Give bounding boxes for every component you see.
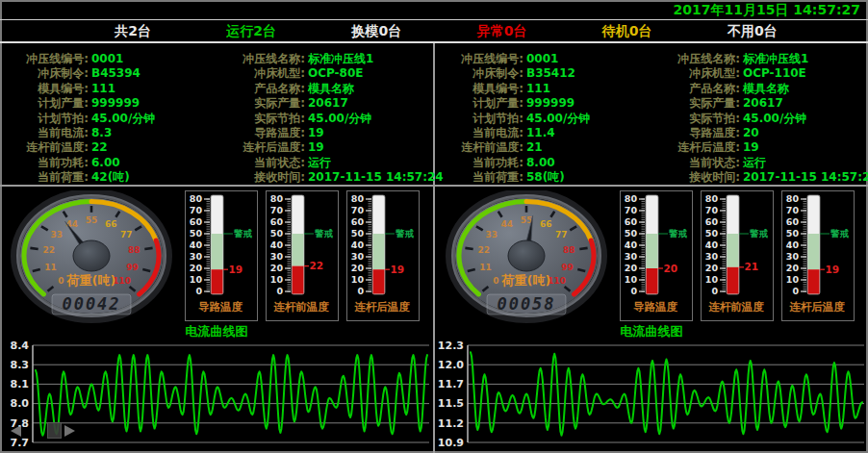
info-value: 6.00 — [89, 156, 120, 170]
info-label: 冲床机型: — [651, 66, 740, 81]
info-row: 计划产量:999999 — [435, 96, 651, 111]
info-row: 计划节拍:45.00/分钟 — [0, 112, 217, 126]
status-item-3: 异常0台 — [477, 23, 527, 40]
svg-text:80: 80 — [786, 193, 800, 204]
svg-text:8.1: 8.1 — [11, 378, 30, 390]
info-column-right: 冲压线名称:标准冲压线1冲床机型:OCP-110E产品名称:模具名称实际产量:2… — [651, 52, 868, 185]
svg-text:70: 70 — [270, 205, 284, 215]
info-value: 2017-11-15 14:57:24 — [305, 170, 444, 185]
thermometer-svg: 01020304050607080警戒21连杆前温度 — [702, 191, 771, 318]
info-row: 冲床机型:OCP-110E — [651, 66, 868, 81]
info-row: 当前状态:运行 — [217, 156, 433, 170]
svg-text:警戒: 警戒 — [668, 228, 688, 239]
svg-text:19: 19 — [391, 264, 405, 275]
svg-text:30: 30 — [351, 251, 365, 262]
info-value: OCP-110E — [740, 66, 806, 81]
svg-text:40: 40 — [351, 239, 365, 250]
info-row: 模具编号:111 — [435, 82, 651, 96]
machine-panel-1: 冲压线编号:0001冲床制令:B45394模具编号:111计划产量:999999… — [0, 45, 433, 453]
thermometer-rod-front-temp: 01020304050607080警戒21连杆前温度 — [701, 190, 774, 321]
svg-text:20: 20 — [786, 263, 800, 273]
status-bar: 共2台运行2台换模0台异常0台待机0台不用0台 — [0, 21, 868, 43]
svg-text:荷重(吨): 荷重(吨) — [66, 273, 116, 288]
info-value: 58(吨) — [523, 170, 565, 185]
scroll-right-arrow-icon[interactable] — [64, 425, 81, 437]
svg-text:99: 99 — [126, 263, 139, 272]
svg-text:10: 10 — [625, 274, 638, 285]
svg-text:60: 60 — [786, 216, 800, 227]
info-value: 45.00/分钟 — [305, 112, 371, 126]
svg-text:7.7: 7.7 — [11, 437, 30, 449]
info-row: 冲压线名称:标准冲压线1 — [217, 52, 433, 66]
info-column-left: 冲压线编号:0001冲床制令:B45394模具编号:111计划产量:999999… — [0, 52, 217, 185]
status-item-2: 换模0台 — [352, 23, 402, 40]
svg-text:70: 70 — [351, 205, 365, 215]
svg-text:10: 10 — [270, 274, 284, 285]
info-value: 运行 — [305, 156, 331, 170]
svg-text:10: 10 — [786, 274, 800, 285]
info-label: 连杆后温度: — [651, 140, 740, 155]
svg-text:19: 19 — [229, 264, 243, 275]
info-value: 模具名称 — [740, 82, 789, 96]
info-value: 8.3 — [89, 126, 112, 140]
info-label: 冲压线编号: — [435, 52, 523, 66]
info-label: 接收时间: — [217, 170, 305, 185]
scroll-left-arrow-icon[interactable] — [5, 425, 21, 437]
info-row: 接收时间:2017-11-15 14:57:24 — [217, 170, 433, 185]
svg-text:21: 21 — [745, 261, 759, 272]
scroll-thumb[interactable] — [47, 422, 62, 439]
svg-text:警戒: 警戒 — [314, 228, 334, 239]
svg-text:77: 77 — [555, 230, 568, 239]
info-value: 999999 — [523, 96, 574, 111]
info-label: 当前状态: — [217, 156, 305, 170]
info-value: 8.00 — [523, 156, 555, 170]
svg-text:80: 80 — [270, 193, 284, 204]
svg-text:8.0: 8.0 — [11, 397, 30, 410]
svg-text:60: 60 — [351, 216, 365, 227]
info-value: 0001 — [523, 52, 558, 66]
info-row: 连杆前温度:22 — [0, 140, 217, 155]
info-value: 11.4 — [523, 126, 555, 140]
svg-text:0: 0 — [630, 286, 637, 296]
svg-text:88: 88 — [563, 245, 575, 255]
svg-text:70: 70 — [786, 205, 800, 215]
info-row: 当前电流:11.4 — [435, 126, 651, 140]
thermometer-rod-rear-temp: 01020304050607080警戒19连杆后温度 — [346, 190, 420, 321]
info-column-right: 冲压线名称:标准冲压线1冲床机型:OCP-80E产品名称:模具名称实际产量:20… — [217, 52, 433, 185]
svg-text:70: 70 — [705, 205, 719, 215]
info-label: 计划产量: — [435, 96, 523, 111]
info-value: 20617 — [740, 96, 783, 111]
svg-text:80: 80 — [625, 193, 638, 204]
svg-text:40: 40 — [190, 239, 203, 250]
info-label: 冲床制令: — [435, 66, 523, 81]
info-row: 产品名称:模具名称 — [217, 82, 433, 96]
svg-text:11: 11 — [479, 263, 492, 272]
svg-text:22: 22 — [42, 245, 55, 255]
info-value: 2017-11-15 14:57:24 — [740, 170, 868, 185]
datetime-text: 2017年11月15日 14:57:27 — [674, 2, 860, 17]
svg-text:0: 0 — [792, 286, 799, 296]
info-row: 导路温度:20 — [651, 126, 868, 140]
svg-text:30: 30 — [625, 251, 638, 262]
datetime-bar: 2017年11月15日 14:57:27 — [0, 0, 868, 20]
info-value: OCP-80E — [305, 66, 363, 81]
info-label: 冲床制令: — [0, 66, 89, 81]
svg-text:50: 50 — [786, 228, 800, 239]
info-label: 冲压线编号: — [0, 52, 89, 66]
svg-text:80: 80 — [351, 193, 365, 204]
svg-text:30: 30 — [270, 251, 284, 262]
svg-text:30: 30 — [190, 251, 203, 262]
svg-text:50: 50 — [625, 228, 638, 239]
thermometer-rod-front-temp: 01020304050607080警戒22连杆前温度 — [266, 190, 339, 321]
info-row: 当前荷重:58(吨) — [435, 170, 651, 185]
info-value: 标准冲压线1 — [305, 52, 373, 66]
svg-text:11.2: 11.2 — [438, 417, 464, 430]
svg-text:导路温度: 导路温度 — [633, 300, 678, 314]
info-value: 运行 — [740, 156, 766, 170]
status-item-5: 不用0台 — [728, 23, 778, 40]
svg-text:55: 55 — [86, 215, 98, 225]
info-row: 计划节拍:45.00/分钟 — [435, 112, 651, 126]
svg-text:70: 70 — [190, 205, 203, 215]
thermometer-rod-rear-temp: 01020304050607080警戒19连杆后温度 — [781, 190, 855, 321]
info-label: 实际节拍: — [217, 112, 305, 126]
